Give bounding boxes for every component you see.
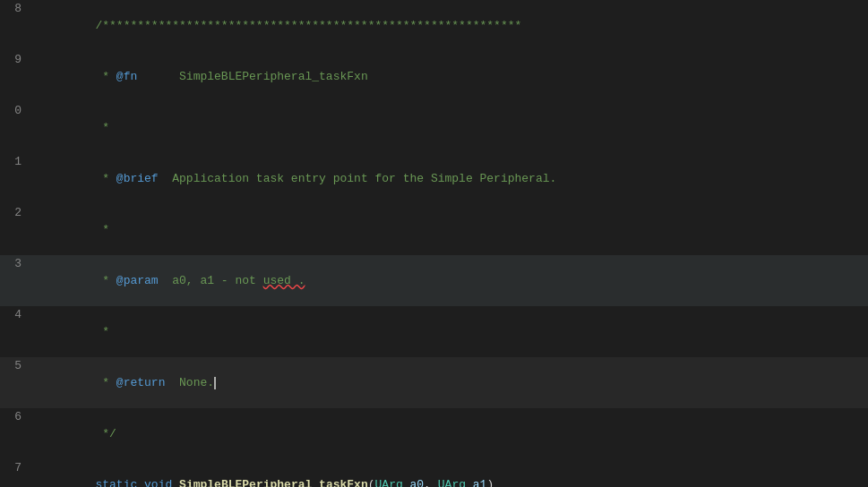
line-number: 6 — [0, 408, 36, 425]
line-number: 0 — [0, 102, 36, 119]
table-row: 8 /*************************************… — [0, 0, 868, 51]
table-row: 0 * — [0, 102, 868, 153]
line-number: 7 — [0, 459, 36, 476]
line-number: 4 — [0, 306, 36, 323]
table-row: 5 * @return None. — [0, 357, 868, 408]
line-content: static void SimpleBLEPeripheral_taskFxn(… — [36, 459, 868, 487]
table-row: 1 * @brief Application task entry point … — [0, 153, 868, 204]
line-content: * — [36, 102, 868, 153]
line-number: 3 — [0, 255, 36, 272]
table-row: 3 * @param a0, a1 - not used . — [0, 255, 868, 306]
line-number: 9 — [0, 51, 36, 68]
table-row: 4 * — [0, 306, 868, 357]
line-number: 1 — [0, 153, 36, 170]
table-row: 9 * @fn SimpleBLEPeripheral_taskFxn — [0, 51, 868, 102]
line-content: * @fn SimpleBLEPeripheral_taskFxn — [36, 51, 868, 102]
table-row: 2 * — [0, 204, 868, 255]
line-content: */ — [36, 408, 868, 459]
text-cursor — [214, 377, 216, 389]
line-number: 8 — [0, 0, 36, 17]
line-content: /***************************************… — [36, 0, 868, 51]
line-number: 5 — [0, 357, 36, 374]
line-content: * @brief Application task entry point fo… — [36, 153, 868, 204]
line-number: 2 — [0, 204, 36, 221]
line-content: * — [36, 204, 868, 255]
table-row: 7 static void SimpleBLEPeripheral_taskFx… — [0, 459, 868, 487]
line-content: * @return None. — [36, 357, 868, 408]
line-content: * @param a0, a1 - not used . — [36, 255, 868, 306]
line-content: * — [36, 306, 868, 357]
table-row: 6 */ — [0, 408, 868, 459]
code-editor[interactable]: 8 /*************************************… — [0, 0, 868, 487]
code-content: 8 /*************************************… — [0, 0, 868, 487]
